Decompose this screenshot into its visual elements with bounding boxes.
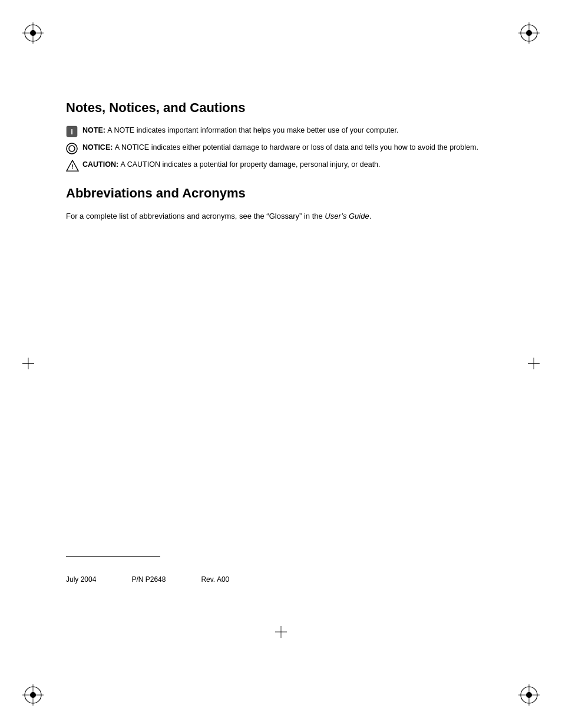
svg-point-24 — [67, 143, 77, 154]
note-text: NOTE: A NOTE indicates important informa… — [82, 125, 398, 136]
notice-block: NOTICE: A NOTICE indicates either potent… — [66, 142, 496, 154]
svg-text:!: ! — [71, 163, 74, 170]
abbrev-suffix: . — [369, 212, 372, 220]
note-label: NOTE: — [82, 126, 107, 134]
abbrev-prefix: For a complete list of abbreviations and… — [66, 212, 325, 220]
notice-label: NOTICE: — [82, 143, 115, 151]
notice-text: NOTICE: A NOTICE indicates either potent… — [82, 142, 478, 153]
notes-section-title: Notes, Notices, and Cautions — [66, 100, 496, 116]
note-icon: i — [66, 126, 78, 137]
abbrev-italic: User’s Guide — [325, 212, 369, 220]
notice-icon — [66, 143, 78, 154]
footer: July 2004 P/N P2648 Rev. A00 — [66, 575, 496, 584]
abbrev-section-title: Abbreviations and Acronyms — [66, 186, 496, 201]
center-bottom-mark — [275, 626, 287, 640]
abbrev-body: For a complete list of abbreviations and… — [66, 210, 496, 223]
side-mark-left — [22, 357, 34, 371]
caution-label: CAUTION: — [82, 160, 121, 169]
note-block: i NOTE: A NOTE indicates important infor… — [66, 125, 496, 137]
note-body: A NOTE indicates important information t… — [107, 126, 398, 134]
footer-pn: P/N P2648 — [131, 575, 166, 584]
abbrev-section: Abbreviations and Acronyms For a complet… — [66, 186, 496, 223]
corner-mark-tr — [518, 22, 540, 44]
corner-mark-br — [518, 684, 540, 706]
caution-block: ! CAUTION: A CAUTION indicates a potenti… — [66, 159, 496, 172]
main-content: Notes, Notices, and Cautions i NOTE: A N… — [66, 100, 496, 223]
corner-mark-tl — [22, 22, 44, 44]
bottom-rule — [66, 556, 160, 557]
page: Notes, Notices, and Cautions i NOTE: A N… — [0, 0, 562, 728]
caution-body: A CAUTION indicates a potential for prop… — [121, 160, 381, 169]
caution-icon: ! — [66, 160, 78, 172]
footer-rev: Rev. A00 — [201, 575, 229, 584]
svg-point-25 — [69, 146, 75, 151]
svg-text:i: i — [71, 127, 73, 136]
side-mark-right — [528, 357, 540, 371]
caution-text: CAUTION: A CAUTION indicates a potential… — [82, 159, 381, 170]
footer-date: July 2004 — [66, 575, 96, 584]
corner-mark-bl — [22, 684, 44, 706]
notice-body: A NOTICE indicates either potential dama… — [115, 143, 478, 151]
